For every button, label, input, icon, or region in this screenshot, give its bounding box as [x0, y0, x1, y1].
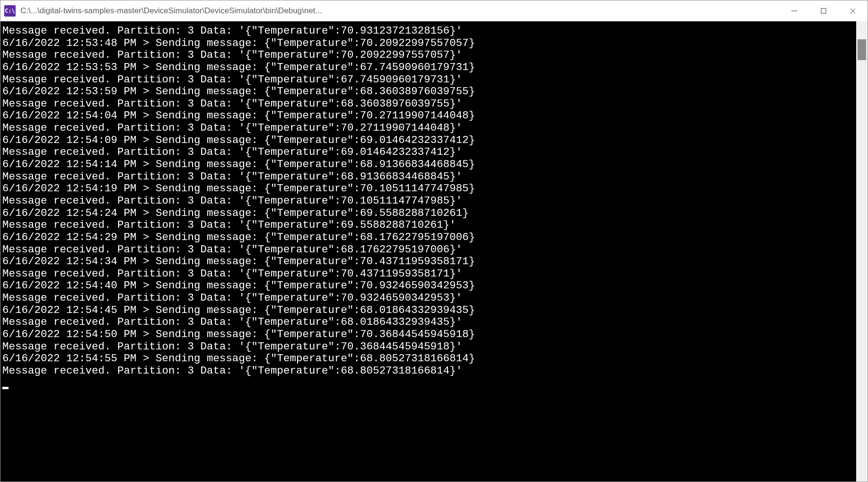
console-output[interactable]: Message received. Partition: 3 Data: '{"…	[0, 21, 856, 482]
console-area: Message received. Partition: 3 Data: '{"…	[0, 21, 868, 482]
close-button[interactable]	[838, 0, 868, 21]
minimize-icon	[791, 8, 798, 14]
minimize-button[interactable]	[780, 0, 809, 21]
window-controls	[780, 0, 868, 21]
titlebar[interactable]: C:\ C:\...\digital-twins-samples-master\…	[0, 0, 868, 21]
maximize-button[interactable]	[809, 0, 838, 21]
cursor	[2, 387, 9, 389]
app-window: C:\ C:\...\digital-twins-samples-master\…	[0, 0, 868, 482]
scroll-thumb[interactable]	[858, 39, 866, 60]
cmd-icon: C:\	[4, 5, 16, 17]
close-icon	[850, 8, 856, 14]
scrollbar[interactable]	[856, 21, 868, 482]
maximize-icon	[820, 8, 827, 14]
svg-rect-1	[821, 9, 826, 13]
window-title: C:\...\digital-twins-samples-master\Devi…	[20, 6, 780, 16]
